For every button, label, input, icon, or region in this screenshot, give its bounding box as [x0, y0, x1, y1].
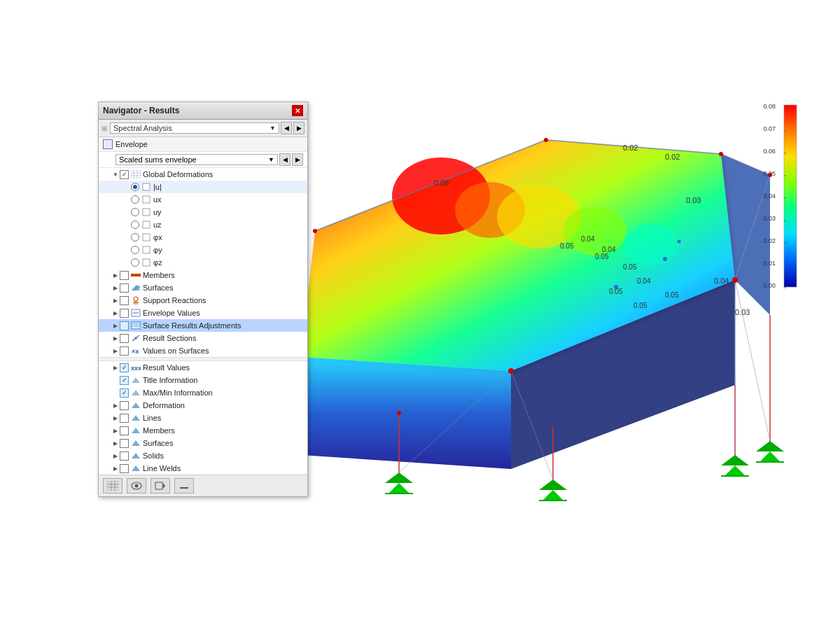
u-abs-radio[interactable] — [131, 183, 139, 191]
lines-expand: ▶ — [111, 414, 120, 422]
surface-results-adj-checkbox[interactable] — [120, 321, 129, 330]
values-on-surfaces-item[interactable]: ▶ ×x Values on Surfaces — [99, 344, 307, 357]
uz-item[interactable]: uz — [99, 218, 307, 231]
svg-point-122 — [135, 484, 139, 488]
lines-item[interactable]: ▶ Lines — [99, 412, 307, 424]
phix-radio[interactable] — [131, 233, 139, 241]
svg-point-36 — [732, 277, 738, 283]
support-reactions-expand: ▶ — [111, 296, 120, 304]
ux-item[interactable]: ux — [99, 193, 307, 206]
svg-text:0.03: 0.03 — [686, 196, 701, 204]
title-information-item[interactable]: ✓ Title Information — [99, 374, 307, 386]
svg-rect-101 — [132, 322, 140, 329]
deformation-item[interactable]: ▶ Deformation — [99, 399, 307, 412]
solids-checkbox[interactable] — [120, 451, 129, 461]
panel-title: Navigator - Results — [103, 106, 179, 115]
svg-rect-60 — [784, 105, 797, 287]
svg-rect-84 — [143, 183, 150, 190]
values-on-surfaces-expand: ▶ — [111, 346, 120, 355]
result-values-checkbox[interactable]: ✓ — [120, 363, 129, 372]
title-information-label: Title Information — [143, 376, 197, 384]
surfaces-icon — [130, 283, 141, 293]
title-info-checkbox[interactable]: ✓ — [120, 376, 129, 385]
tool-record-btn[interactable] — [150, 478, 170, 493]
uy-radio[interactable] — [131, 208, 139, 216]
svg-text:0.01: 0.01 — [763, 260, 776, 267]
envelope-icon — [103, 139, 113, 149]
envelope-type-dropdown[interactable]: Scaled sums envelope ▼ — [115, 154, 278, 165]
solids-item[interactable]: ▶ Solids — [99, 449, 307, 462]
main-canvas: 0.02 0.02 0.08 0.03 0.05 0.05 0.05 0.04 … — [0, 0, 840, 630]
envelope-values-checkbox[interactable] — [120, 309, 129, 318]
members-checkbox[interactable] — [120, 271, 129, 280]
ux-icon — [141, 195, 152, 204]
phiz-radio[interactable] — [131, 258, 139, 267]
phiy-radio[interactable] — [131, 246, 139, 254]
tool-dash-btn[interactable] — [174, 478, 194, 493]
result-sections-checkbox[interactable] — [120, 334, 129, 343]
navigator-panel: Navigator - Results ✕ ⊞ Spectral Analysi… — [98, 102, 308, 497]
envelope-prev-btn[interactable]: ◀ — [279, 153, 290, 166]
tool-table-btn[interactable] — [103, 478, 122, 493]
members2-checkbox[interactable] — [120, 426, 129, 435]
result-values-icon: xxx — [130, 363, 141, 372]
phiz-item[interactable]: φz — [99, 256, 307, 269]
members-item[interactable]: ▶ Members — [99, 269, 307, 281]
envelope-values-expand: ▶ — [111, 309, 120, 317]
envelope-next-btn[interactable]: ▶ — [292, 153, 303, 166]
svg-text:0.05: 0.05 — [595, 253, 609, 260]
ux-radio[interactable] — [131, 195, 139, 204]
support-reactions-item[interactable]: ▶ Support Reactions — [99, 294, 307, 307]
toolbar-prev-btn[interactable]: ◀ — [281, 122, 292, 134]
surfaces2-item[interactable]: ▶ Surfaces — [99, 437, 307, 449]
svg-point-43 — [663, 257, 667, 261]
global-deformations-checkbox[interactable]: ✓ — [120, 170, 129, 179]
deformation-checkbox[interactable] — [120, 401, 129, 410]
uy-item[interactable]: uy — [99, 206, 307, 218]
svg-marker-114 — [132, 453, 140, 458]
svg-text:0.05: 0.05 — [560, 242, 574, 250]
lines-checkbox[interactable] — [120, 414, 129, 423]
phiy-icon — [141, 245, 152, 255]
support-reactions-checkbox[interactable] — [120, 296, 129, 305]
svg-point-6 — [623, 224, 679, 266]
global-deformations-item[interactable]: ▼ ✓ Global Deformations — [99, 168, 307, 181]
svg-marker-112 — [132, 428, 140, 433]
surfaces-checkbox[interactable] — [120, 284, 129, 293]
close-button[interactable]: ✕ — [292, 105, 303, 116]
panel-content: Envelope Scaled sums envelope ▼ ◀ ▶ ▼ ✓ — [99, 137, 307, 475]
toolbar-next-btn[interactable]: ▶ — [293, 122, 304, 134]
svg-text:0.04: 0.04 — [763, 192, 776, 200]
result-values-item[interactable]: ▶ ✓ xxx Result Values — [99, 361, 307, 374]
tool-view-btn[interactable] — [127, 478, 146, 493]
surfaces2-checkbox[interactable] — [120, 439, 129, 448]
uz-radio[interactable] — [131, 220, 139, 229]
surfaces-item[interactable]: ▶ Surfaces — [99, 281, 307, 294]
values-on-surfaces-checkbox[interactable] — [120, 346, 129, 356]
maxmin-checkbox[interactable]: ✓ — [120, 388, 129, 398]
spectral-analysis-dropdown[interactable]: Spectral Analysis ▼ — [110, 122, 279, 134]
envelope-values-item[interactable]: ▶ Envelope Values — [99, 307, 307, 319]
surface-results-adj-icon — [130, 321, 141, 330]
line-welds-checkbox[interactable] — [120, 464, 129, 473]
maxmin-information-item[interactable]: ✓ Max/Min Information — [99, 386, 307, 399]
svg-marker-110 — [132, 402, 140, 408]
phix-label: φx — [153, 233, 162, 241]
members2-item[interactable]: ▶ Members — [99, 424, 307, 437]
phiy-item[interactable]: φy — [99, 244, 307, 256]
support-reactions-icon — [130, 295, 141, 305]
panel-toolbar: ⊞ Spectral Analysis ▼ ◀ ▶ — [99, 120, 307, 137]
3d-visualization: 0.02 0.02 0.08 0.03 0.05 0.05 0.05 0.04 … — [245, 35, 819, 525]
svg-point-35 — [508, 368, 514, 374]
result-sections-item[interactable]: ▶ Result Sections — [99, 332, 307, 344]
result-sections-label: Result Sections — [143, 334, 196, 342]
svg-point-38 — [544, 138, 548, 142]
u-abs-item[interactable]: |u| — [99, 181, 307, 193]
surface-results-adj-item[interactable]: ▶ Surface Results Adjustments — [99, 319, 307, 332]
lines-label: Lines — [143, 414, 161, 422]
svg-rect-86 — [143, 209, 150, 216]
line-welds-item[interactable]: ▶ Line Welds — [99, 462, 307, 475]
support-reactions-label: Support Reactions — [143, 296, 206, 304]
phix-item[interactable]: φx — [99, 231, 307, 244]
svg-rect-79 — [131, 170, 141, 178]
